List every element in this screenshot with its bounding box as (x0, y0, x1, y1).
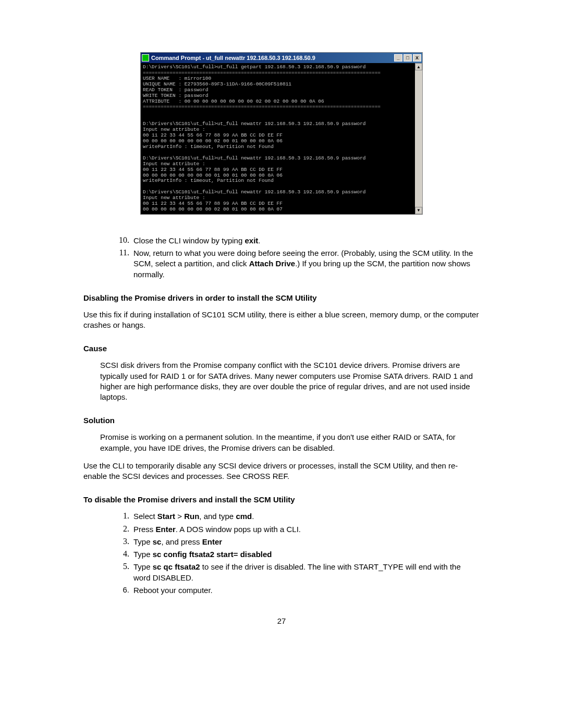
num: 2. (116, 524, 129, 535)
page: Command Prompt - ut_full newattr 192.168… (0, 52, 563, 728)
text: , and press (161, 537, 202, 546)
page-number: 27 (83, 616, 480, 625)
start-label: Start (157, 512, 175, 521)
close-button[interactable]: X (413, 54, 421, 61)
terminal-output: D:\Drivers\SC101\ut_full>ut_full getpart… (141, 63, 415, 214)
text: Close the CLI window by typing (133, 236, 244, 245)
disable-step-6: 6. Reboot your computer. (116, 585, 480, 596)
cmd-prompt-icon (142, 54, 149, 61)
text: > (175, 512, 184, 521)
scroll-down-icon[interactable]: ▼ (415, 207, 422, 214)
text: . (252, 512, 254, 521)
step-10: 10. Close the CLI window by typing exit. (116, 236, 480, 246)
sc-qc-command: sc qc ftsata2 (153, 562, 200, 571)
attach-drive-label: Attach Drive (249, 259, 295, 268)
heading-solution: Solution (83, 416, 480, 425)
step-11-text: Now, return to what you were doing befor… (133, 248, 480, 280)
num: 1. (116, 511, 129, 522)
text: Press (133, 525, 156, 534)
step-11: 11. Now, return to what you were doing b… (116, 248, 480, 280)
sc-config-command: sc config ftsata2 start= disabled (153, 550, 272, 559)
text: Type (133, 562, 153, 571)
content: Type sc qc ftsata2 to see if the driver … (133, 562, 480, 583)
heading-to-disable: To disable the Promise drivers and insta… (83, 495, 480, 504)
num: 5. (116, 562, 129, 583)
text: Type (133, 550, 153, 559)
disable-step-2: 2. Press Enter. A DOS window pops up wit… (116, 524, 480, 535)
text: Select (133, 512, 157, 521)
maximize-button[interactable]: □ (403, 54, 412, 61)
heading-disable-promise: Disabling the Promise drivers in order t… (83, 293, 480, 302)
num: 4. (116, 549, 129, 560)
minimize-button[interactable]: _ (394, 54, 402, 61)
content: Type sc, and press Enter (133, 537, 480, 547)
para-cause: SCSI disk drivers from the Promise compa… (100, 360, 480, 402)
disable-step-4: 4. Type sc config ftsata2 start= disable… (116, 549, 480, 560)
enter-label: Enter (156, 525, 176, 534)
num: 6. (116, 585, 129, 596)
run-label: Run (184, 512, 199, 521)
content: Press Enter. A DOS window pops up with a… (133, 524, 480, 535)
cmd-window: Command Prompt - ut_full newattr 192.168… (140, 52, 423, 215)
disable-step-3: 3. Type sc, and press Enter (116, 537, 480, 547)
exit-command: exit (244, 236, 258, 245)
para-solution: Promise is working on a permanent soluti… (100, 432, 480, 453)
content: Reboot your computer. (133, 585, 480, 596)
para-cli: Use the CLI to temporarily disable any S… (83, 461, 480, 482)
para-intro: Use this fix if during installation of S… (83, 310, 480, 331)
steps-10-11: 10. Close the CLI window by typing exit.… (83, 236, 480, 280)
text: . A DOS window pops up with a CLI. (176, 525, 301, 534)
cmd-label: cmd (236, 512, 252, 521)
text: Type (133, 537, 153, 546)
scroll-up-icon[interactable]: ▲ (415, 63, 422, 70)
step-10-text: Close the CLI window by typing exit. (133, 236, 480, 246)
terminal-scrollbar[interactable]: ▲ ▼ (415, 63, 422, 214)
disable-steps: 1. Select Start > Run, and type cmd. 2. … (83, 511, 480, 596)
step-10-number: 10. (116, 236, 129, 246)
cmd-screenshot: Command Prompt - ut_full newattr 192.168… (83, 52, 480, 215)
text: . (258, 236, 260, 245)
content: Select Start > Run, and type cmd. (133, 511, 480, 522)
step-11-number: 11. (116, 248, 129, 280)
terminal-wrap: D:\Drivers\SC101\ut_full>ut_full getpart… (141, 63, 422, 214)
content: Type sc config ftsata2 start= disabled (133, 549, 480, 560)
heading-cause: Cause (83, 344, 480, 353)
disable-step-5: 5. Type sc qc ftsata2 to see if the driv… (116, 562, 480, 583)
cmd-title: Command Prompt - ut_full newattr 192.168… (151, 55, 394, 61)
cmd-titlebar: Command Prompt - ut_full newattr 192.168… (141, 53, 422, 63)
sc-command: sc (153, 537, 162, 546)
enter-label-2: Enter (202, 537, 222, 546)
num: 3. (116, 537, 129, 547)
text: , and type (199, 512, 236, 521)
disable-step-1: 1. Select Start > Run, and type cmd. (116, 511, 480, 522)
window-controls: _ □ X (394, 54, 421, 61)
